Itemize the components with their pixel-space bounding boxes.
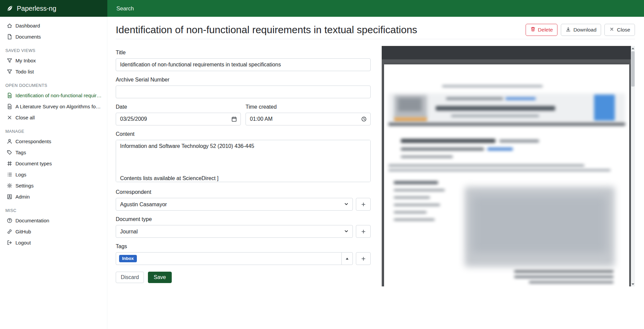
blur-shape — [499, 140, 539, 143]
correspondent-label: Correspondent — [116, 189, 371, 195]
sidebar-item-label: Tags — [15, 150, 102, 155]
sidebar-item-documentation[interactable]: Documentation — [0, 215, 107, 226]
sidebar-item-logout[interactable]: Logout — [0, 237, 107, 248]
blur-shape — [394, 197, 430, 199]
sidebar-item-label: Todo list — [15, 69, 102, 74]
sidebar-item-label: Logs — [15, 172, 102, 177]
calendar-icon[interactable] — [231, 116, 237, 122]
time-input[interactable] — [246, 113, 371, 125]
app-brand[interactable]: Paperless-ng — [0, 0, 107, 17]
add-document-type-button[interactable] — [356, 225, 371, 238]
search-input[interactable] — [116, 5, 317, 12]
content-label: Content — [116, 131, 371, 137]
person-icon — [7, 139, 12, 144]
sidebar-item-dashboard[interactable]: Dashboard — [0, 20, 107, 31]
sidebar-item-logs[interactable]: Logs — [0, 169, 107, 180]
plus-icon — [361, 229, 366, 234]
sidebar-item-tags[interactable]: Tags — [0, 147, 107, 158]
sidebar-open-document-2[interactable]: A Literature Survey on Algorithms for Mu… — [0, 101, 107, 112]
document-type-label: Document type — [116, 216, 371, 222]
sidebar-item-close-all[interactable]: Close all — [0, 112, 107, 123]
sidebar-item-my-inbox[interactable]: My Inbox — [0, 55, 107, 66]
blur-shape — [436, 106, 555, 111]
sidebar-item-todo-list[interactable]: Todo list — [0, 66, 107, 77]
tags-dropdown-toggle[interactable] — [341, 252, 353, 265]
document-header: Identification of non-functional require… — [116, 24, 635, 39]
link-icon — [7, 229, 12, 234]
blur-shape — [394, 219, 435, 221]
pdf-preview — [382, 46, 635, 286]
content-textarea[interactable]: Information and Software Technology 52 (… — [116, 140, 371, 182]
filter-icon — [7, 58, 12, 63]
tags-input[interactable]: Inbox — [116, 252, 342, 265]
asn-input[interactable] — [116, 86, 371, 98]
date-input[interactable] — [116, 113, 241, 125]
asn-label: Archive Serial Number — [116, 77, 371, 83]
sidebar-item-label: Dashboard — [15, 23, 102, 29]
blur-shape — [529, 281, 613, 283]
leaf-logo-icon — [6, 5, 13, 12]
sidebar-item-settings[interactable]: Settings — [0, 180, 107, 191]
scrollbar-up-arrow[interactable] — [631, 46, 635, 51]
add-tag-button[interactable] — [356, 252, 371, 265]
question-circle-icon — [7, 218, 12, 223]
sidebar: Dashboard Documents SAVED VIEWS My Inbox… — [0, 17, 107, 329]
tags-label: Tags — [116, 243, 371, 250]
pdf-viewer-body — [382, 59, 631, 286]
document-type-select[interactable]: Journal — [116, 225, 353, 238]
save-button[interactable]: Save — [148, 272, 171, 283]
sidebar-item-documents[interactable]: Documents — [0, 31, 107, 42]
delete-button[interactable]: Delete — [526, 24, 558, 36]
clock-icon[interactable] — [361, 116, 367, 122]
blur-shape — [505, 97, 536, 100]
add-correspondent-button[interactable] — [356, 198, 371, 211]
sidebar-item-label: A Literature Survey on Algorithms for Mu… — [15, 104, 102, 109]
main-content: Identification of non-functional require… — [107, 17, 644, 329]
file-text-icon — [7, 93, 12, 98]
gear-icon — [7, 183, 12, 188]
scrollbar-thumb[interactable] — [631, 51, 635, 87]
sidebar-open-document-1[interactable]: Identification of non-functional require… — [0, 90, 107, 101]
date-label: Date — [116, 104, 241, 110]
sidebar-section-misc: MISC — [0, 202, 107, 215]
sidebar-item-correspondents[interactable]: Correspondents — [0, 136, 107, 147]
blur-shape — [472, 196, 607, 253]
close-button[interactable]: Close — [604, 24, 635, 36]
scrollbar-down-arrow[interactable] — [631, 282, 635, 286]
blur-shape — [388, 169, 610, 171]
blur-shape — [514, 276, 613, 278]
time-field: Time created — [246, 104, 371, 125]
sidebar-item-github[interactable]: GitHub — [0, 226, 107, 237]
sidebar-item-label: Admin — [15, 194, 102, 200]
pdf-scrollbar — [631, 46, 635, 286]
sidebar-item-label: Settings — [15, 183, 102, 188]
topbar: Paperless-ng — [0, 0, 644, 17]
sidebar-item-label: GitHub — [15, 229, 102, 234]
filter-icon — [7, 69, 12, 74]
pdf-toolbar — [382, 46, 631, 59]
sidebar-item-label: Logout — [15, 240, 102, 245]
tag-badge-inbox[interactable]: Inbox — [119, 255, 137, 262]
sidebar-item-document-types[interactable]: Document types — [0, 158, 107, 169]
close-icon — [7, 115, 12, 120]
download-button[interactable]: Download — [561, 24, 601, 36]
delete-button-label: Delete — [538, 27, 553, 33]
document-actions: Delete Download Close — [526, 24, 635, 36]
page-title: Identification of non-functional require… — [116, 24, 417, 36]
title-label: Title — [116, 50, 371, 56]
sidebar-item-label: My Inbox — [15, 58, 102, 63]
file-text-icon — [7, 104, 12, 109]
blur-shape — [394, 211, 427, 213]
trash-icon — [530, 26, 536, 33]
blur-shape — [487, 148, 513, 151]
correspondent-select[interactable]: Agustin Casamayor — [116, 198, 353, 211]
home-icon — [7, 23, 12, 29]
sidebar-item-label: Documentation — [15, 218, 102, 223]
caret-up-icon — [345, 257, 349, 260]
sidebar-item-label: Document types — [15, 161, 102, 166]
title-input[interactable] — [116, 58, 371, 71]
sidebar-item-admin[interactable]: Admin — [0, 191, 107, 202]
sidebar-section-saved-views: SAVED VIEWS — [0, 42, 107, 55]
discard-button[interactable]: Discard — [116, 272, 144, 283]
tag-icon — [7, 150, 12, 155]
